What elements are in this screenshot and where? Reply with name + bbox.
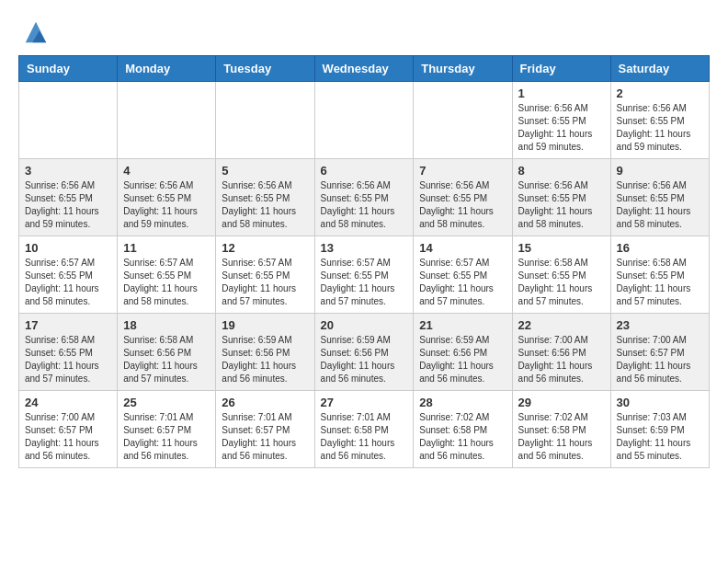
day-number: 15	[518, 241, 605, 255]
calendar-cell: 7Sunrise: 6:56 AM Sunset: 6:55 PM Daylig…	[414, 159, 512, 236]
day-number: 5	[222, 164, 308, 178]
calendar-cell: 6Sunrise: 6:56 AM Sunset: 6:55 PM Daylig…	[314, 159, 414, 236]
day-number: 28	[419, 396, 506, 409]
day-number: 1	[518, 86, 605, 100]
calendar-cell: 14Sunrise: 6:57 AM Sunset: 6:55 PM Dayli…	[414, 236, 512, 314]
weekday-header: Wednesday	[314, 56, 414, 82]
logo	[18, 18, 50, 46]
day-info: Sunrise: 7:02 AM Sunset: 6:58 PM Dayligh…	[419, 411, 506, 463]
day-number: 20	[321, 318, 408, 332]
calendar-cell: 25Sunrise: 7:01 AM Sunset: 6:57 PM Dayli…	[118, 391, 216, 468]
day-info: Sunrise: 6:59 AM Sunset: 6:56 PM Dayligh…	[321, 334, 408, 385]
day-info: Sunrise: 7:03 AM Sunset: 6:59 PM Dayligh…	[617, 411, 703, 463]
day-info: Sunrise: 6:56 AM Sunset: 6:55 PM Dayligh…	[518, 102, 605, 154]
day-info: Sunrise: 6:57 AM Sunset: 6:55 PM Dayligh…	[419, 257, 506, 308]
day-info: Sunrise: 6:58 AM Sunset: 6:55 PM Dayligh…	[25, 334, 111, 385]
calendar-cell	[414, 82, 512, 159]
calendar-week-row: 24Sunrise: 7:00 AM Sunset: 6:57 PM Dayli…	[19, 391, 710, 468]
calendar-cell: 5Sunrise: 6:56 AM Sunset: 6:55 PM Daylig…	[216, 159, 314, 236]
day-number: 23	[617, 318, 703, 332]
calendar-table: SundayMondayTuesdayWednesdayThursdayFrid…	[18, 55, 710, 468]
calendar-cell: 4Sunrise: 6:56 AM Sunset: 6:55 PM Daylig…	[118, 159, 216, 236]
day-number: 13	[321, 241, 408, 255]
calendar-cell: 26Sunrise: 7:01 AM Sunset: 6:57 PM Dayli…	[216, 391, 314, 468]
calendar-week-row: 1Sunrise: 6:56 AM Sunset: 6:55 PM Daylig…	[19, 82, 710, 159]
day-info: Sunrise: 7:01 AM Sunset: 6:57 PM Dayligh…	[123, 411, 210, 463]
day-number: 30	[617, 396, 703, 409]
calendar-cell: 19Sunrise: 6:59 AM Sunset: 6:56 PM Dayli…	[216, 314, 314, 391]
day-info: Sunrise: 6:59 AM Sunset: 6:56 PM Dayligh…	[222, 334, 308, 385]
day-number: 7	[419, 164, 506, 178]
day-info: Sunrise: 6:56 AM Sunset: 6:55 PM Dayligh…	[518, 179, 605, 231]
day-info: Sunrise: 6:57 AM Sunset: 6:55 PM Dayligh…	[222, 257, 308, 308]
calendar-week-row: 3Sunrise: 6:56 AM Sunset: 6:55 PM Daylig…	[19, 159, 710, 236]
weekday-header: Saturday	[610, 56, 709, 82]
day-number: 27	[321, 396, 408, 409]
day-info: Sunrise: 7:00 AM Sunset: 6:57 PM Dayligh…	[617, 334, 703, 385]
header-row: SundayMondayTuesdayWednesdayThursdayFrid…	[19, 56, 710, 82]
day-number: 4	[123, 164, 210, 178]
calendar-cell: 11Sunrise: 6:57 AM Sunset: 6:55 PM Dayli…	[118, 236, 216, 314]
day-info: Sunrise: 6:57 AM Sunset: 6:55 PM Dayligh…	[25, 257, 111, 308]
day-number: 16	[617, 241, 703, 255]
calendar-cell: 15Sunrise: 6:58 AM Sunset: 6:55 PM Dayli…	[512, 236, 610, 314]
day-number: 3	[25, 164, 111, 178]
day-info: Sunrise: 6:56 AM Sunset: 6:55 PM Dayligh…	[222, 179, 308, 231]
calendar-cell: 3Sunrise: 6:56 AM Sunset: 6:55 PM Daylig…	[19, 159, 118, 236]
day-info: Sunrise: 6:56 AM Sunset: 6:55 PM Dayligh…	[321, 179, 408, 231]
day-number: 29	[518, 396, 605, 409]
day-number: 2	[617, 86, 703, 100]
calendar-cell: 17Sunrise: 6:58 AM Sunset: 6:55 PM Dayli…	[19, 314, 118, 391]
page-header	[18, 18, 710, 46]
day-info: Sunrise: 6:58 AM Sunset: 6:55 PM Dayligh…	[617, 257, 703, 308]
day-info: Sunrise: 6:56 AM Sunset: 6:55 PM Dayligh…	[419, 179, 506, 231]
day-number: 9	[617, 164, 703, 178]
calendar-cell: 28Sunrise: 7:02 AM Sunset: 6:58 PM Dayli…	[414, 391, 512, 468]
day-number: 18	[123, 318, 210, 332]
day-number: 21	[419, 318, 506, 332]
day-info: Sunrise: 6:59 AM Sunset: 6:56 PM Dayligh…	[419, 334, 506, 385]
calendar-cell: 16Sunrise: 6:58 AM Sunset: 6:55 PM Dayli…	[610, 236, 709, 314]
calendar-cell: 30Sunrise: 7:03 AM Sunset: 6:59 PM Dayli…	[610, 391, 709, 468]
day-number: 11	[123, 241, 210, 255]
calendar-cell: 8Sunrise: 6:56 AM Sunset: 6:55 PM Daylig…	[512, 159, 610, 236]
day-info: Sunrise: 6:58 AM Sunset: 6:55 PM Dayligh…	[518, 257, 605, 308]
calendar-cell: 13Sunrise: 6:57 AM Sunset: 6:55 PM Dayli…	[314, 236, 414, 314]
day-number: 26	[222, 396, 308, 409]
weekday-header: Monday	[118, 56, 216, 82]
day-info: Sunrise: 7:01 AM Sunset: 6:58 PM Dayligh…	[321, 411, 408, 463]
calendar-cell: 23Sunrise: 7:00 AM Sunset: 6:57 PM Dayli…	[610, 314, 709, 391]
calendar-cell: 10Sunrise: 6:57 AM Sunset: 6:55 PM Dayli…	[19, 236, 118, 314]
weekday-header: Tuesday	[216, 56, 314, 82]
day-number: 22	[518, 318, 605, 332]
calendar-cell: 29Sunrise: 7:02 AM Sunset: 6:58 PM Dayli…	[512, 391, 610, 468]
day-number: 8	[518, 164, 605, 178]
day-number: 6	[321, 164, 408, 178]
day-info: Sunrise: 7:00 AM Sunset: 6:57 PM Dayligh…	[25, 411, 111, 463]
weekday-header: Friday	[512, 56, 610, 82]
calendar-cell: 27Sunrise: 7:01 AM Sunset: 6:58 PM Dayli…	[314, 391, 414, 468]
calendar-cell: 20Sunrise: 6:59 AM Sunset: 6:56 PM Dayli…	[314, 314, 414, 391]
calendar-cell: 2Sunrise: 6:56 AM Sunset: 6:55 PM Daylig…	[610, 82, 709, 159]
day-info: Sunrise: 7:00 AM Sunset: 6:56 PM Dayligh…	[518, 334, 605, 385]
day-number: 19	[222, 318, 308, 332]
day-number: 10	[25, 241, 111, 255]
weekday-header: Thursday	[414, 56, 512, 82]
day-info: Sunrise: 6:56 AM Sunset: 6:55 PM Dayligh…	[617, 179, 703, 231]
day-info: Sunrise: 7:01 AM Sunset: 6:57 PM Dayligh…	[222, 411, 308, 463]
calendar-cell	[216, 82, 314, 159]
day-info: Sunrise: 6:56 AM Sunset: 6:55 PM Dayligh…	[25, 179, 111, 231]
calendar-cell	[314, 82, 414, 159]
day-info: Sunrise: 6:56 AM Sunset: 6:55 PM Dayligh…	[617, 102, 703, 154]
calendar-cell: 21Sunrise: 6:59 AM Sunset: 6:56 PM Dayli…	[414, 314, 512, 391]
calendar-cell	[118, 82, 216, 159]
weekday-header: Sunday	[19, 56, 118, 82]
day-number: 24	[25, 396, 111, 409]
calendar-cell: 24Sunrise: 7:00 AM Sunset: 6:57 PM Dayli…	[19, 391, 118, 468]
day-info: Sunrise: 6:57 AM Sunset: 6:55 PM Dayligh…	[123, 257, 210, 308]
day-number: 14	[419, 241, 506, 255]
day-number: 17	[25, 318, 111, 332]
calendar-cell: 22Sunrise: 7:00 AM Sunset: 6:56 PM Dayli…	[512, 314, 610, 391]
calendar-cell: 12Sunrise: 6:57 AM Sunset: 6:55 PM Dayli…	[216, 236, 314, 314]
calendar-week-row: 17Sunrise: 6:58 AM Sunset: 6:55 PM Dayli…	[19, 314, 710, 391]
